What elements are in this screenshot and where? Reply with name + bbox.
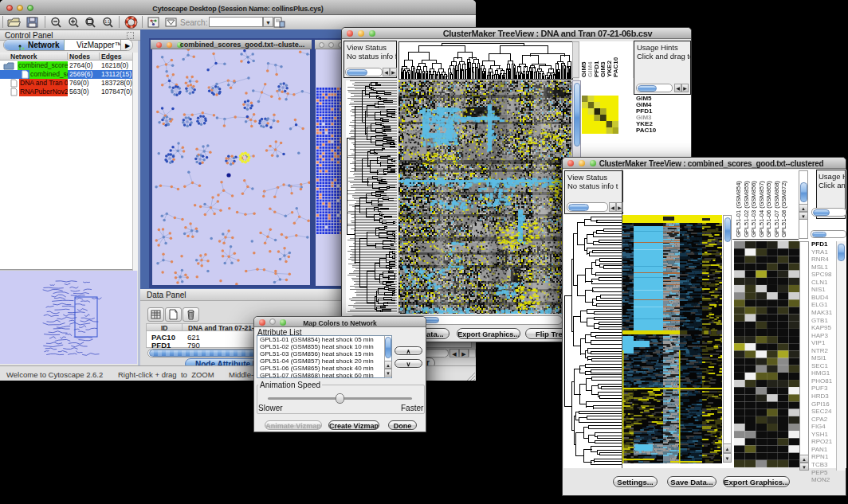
svg-text:1:1: 1:1 — [104, 19, 110, 24]
